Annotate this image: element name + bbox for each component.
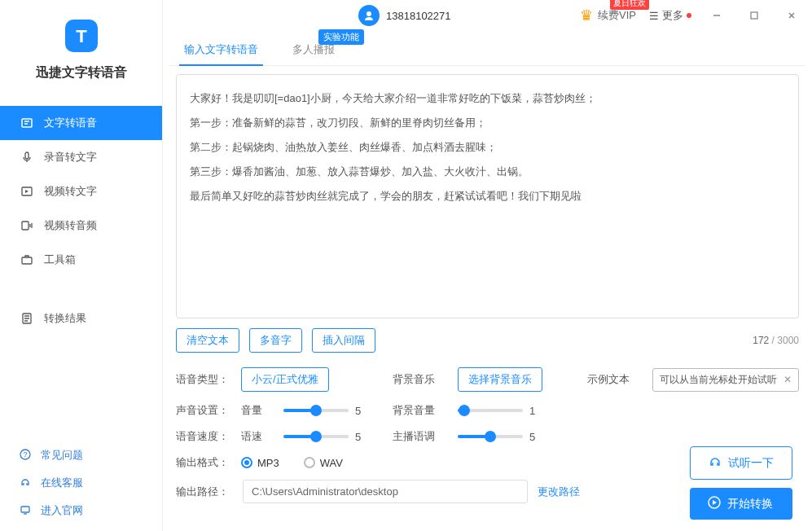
preview-label: 试听一下 [728, 456, 774, 471]
more-label: 更多 [662, 8, 683, 23]
nav-label: 工具箱 [44, 252, 76, 267]
nav-label: 转换结果 [44, 311, 86, 326]
preview-button[interactable]: 试听一下 [690, 446, 792, 480]
format-mp3-radio[interactable]: MP3 [241, 457, 279, 469]
text-actions: 清空文本 多音字 插入间隔 172 / 3000 [176, 328, 799, 353]
svg-rect-12 [751, 12, 757, 19]
user-info[interactable]: 13818102271 [358, 5, 451, 26]
monitor-icon [20, 504, 33, 517]
svg-text:?: ? [23, 450, 27, 459]
speed-section-label: 语音速度： [176, 429, 233, 444]
main: 13818102271 ♛ 续费VIP 夏日狂欢 ☰ 更多 输入文字转语音 多人… [163, 0, 812, 531]
voice-type-select[interactable]: 小云/正式优雅 [241, 367, 329, 392]
char-count: 172 / 3000 [753, 335, 799, 346]
convert-button[interactable]: 开始转换 [690, 488, 792, 520]
volume-value: 5 [355, 405, 366, 417]
convert-label: 开始转换 [727, 497, 773, 511]
app-title: 迅捷文字转语音 [0, 64, 162, 81]
tab-label: 多人播报 [292, 43, 335, 55]
faq-label: 常见问题 [41, 448, 83, 463]
svg-rect-3 [25, 152, 29, 159]
text-line: 第三步：爆香加酱油、加葱、放入蒜苔爆炒、加入盐、大火收汁、出锅。 [190, 161, 785, 182]
char-max: 3000 [777, 335, 799, 346]
minimize-button[interactable] [704, 3, 729, 28]
polyphone-button[interactable]: 多音字 [249, 328, 302, 353]
text-input[interactable]: 大家好！我是叨叨[=dao1]小厨，今天给大家介绍一道非常好吃的下饭菜，蒜苔炒肉… [176, 74, 799, 318]
example-label: 示例文本 [587, 372, 644, 387]
nav-item-tts[interactable]: 文字转语音 [0, 106, 162, 140]
nav-item-toolbox[interactable]: 工具箱 [0, 243, 162, 277]
tts-icon [20, 116, 34, 130]
volume-label: 音量 [241, 403, 275, 418]
notification-dot-icon [687, 13, 691, 18]
clear-button[interactable]: 清空文本 [176, 328, 239, 353]
results-icon [20, 311, 34, 326]
nav-label: 文字转语音 [44, 116, 97, 130]
maximize-button[interactable] [742, 3, 766, 28]
tab-label: 输入文字转语音 [184, 43, 258, 55]
insert-pause-button[interactable]: 插入间隔 [312, 328, 375, 353]
change-path-link[interactable]: 更改路径 [538, 485, 580, 499]
pitch-slider[interactable] [458, 435, 523, 438]
hamburger-icon: ☰ [649, 10, 659, 22]
faq-link[interactable]: ? 常见问题 [0, 441, 162, 469]
experimental-badge: 实验功能 [318, 29, 364, 45]
speed-label: 语速 [241, 429, 275, 444]
crown-icon: ♛ [580, 7, 593, 24]
volume-slider[interactable] [283, 409, 349, 412]
format-mp3-label: MP3 [257, 457, 279, 469]
video-audio-icon [20, 218, 34, 233]
nav-label: 录音转文字 [44, 150, 97, 165]
example-box: 可以从当前光标处开始试听 ✕ [652, 368, 799, 392]
svg-text:T: T [76, 26, 87, 46]
headphone-icon [709, 455, 722, 471]
text-line: 最后简单又好吃的蒜苔炒肉丝就完成了，学会的朋友，赶紧试试看吧！我们下期见啦 [190, 186, 785, 207]
sidebar-bottom: ? 常见问题 在线客服 进入官网 [0, 441, 162, 531]
voice-type-label: 语音类型： [176, 372, 233, 387]
format-wav-label: WAV [320, 457, 343, 469]
format-wav-radio[interactable]: WAV [304, 457, 343, 469]
nav-label: 视频转文字 [44, 184, 97, 199]
titlebar: 13818102271 ♛ 续费VIP 夏日狂欢 ☰ 更多 [163, 0, 812, 31]
nav-item-video-text[interactable]: 视频转文字 [0, 174, 162, 208]
path-input[interactable]: C:\Users\Administrator\desktop [243, 480, 528, 503]
svg-rect-6 [22, 257, 32, 264]
play-icon [708, 496, 721, 511]
logo-area: T 迅捷文字转语音 [0, 0, 162, 90]
pitch-label: 主播语调 [393, 429, 450, 444]
app-logo-icon: T [62, 16, 101, 55]
promo-badge: 夏日狂欢 [610, 0, 649, 10]
nav-item-results[interactable]: 转换结果 [0, 301, 162, 336]
tabs: 输入文字转语音 多人播报 实验功能 [169, 34, 805, 66]
speed-value: 5 [355, 431, 366, 443]
text-line: 第二步：起锅烧肉、油热放入姜丝、肉丝爆香、加点料酒去腥味； [190, 137, 785, 158]
action-buttons: 试听一下 开始转换 [690, 446, 792, 520]
close-icon[interactable]: ✕ [783, 374, 792, 385]
more-menu[interactable]: ☰ 更多 [649, 8, 691, 23]
support-link[interactable]: 在线客服 [0, 469, 162, 497]
phone-number: 13818102271 [386, 10, 451, 22]
bg-volume-slider[interactable] [458, 409, 523, 412]
headset-icon [20, 476, 33, 489]
support-label: 在线客服 [41, 476, 83, 490]
toolbox-icon [20, 252, 34, 267]
nav-item-video-audio[interactable]: 视频转音频 [0, 208, 162, 243]
video-text-icon [20, 184, 34, 199]
vip-button[interactable]: ♛ 续费VIP 夏日狂欢 [580, 7, 636, 24]
nav-item-stt[interactable]: 录音转文字 [0, 140, 162, 174]
site-link[interactable]: 进入官网 [0, 497, 162, 524]
tab-multi-broadcast[interactable]: 多人播报 实验功能 [287, 34, 340, 65]
bg-music-select[interactable]: 选择背景音乐 [458, 367, 542, 392]
question-icon: ? [20, 449, 33, 462]
path-label: 输出路径： [176, 485, 233, 499]
nav: 文字转语音 录音转文字 视频转文字 视频转音频 工具箱 转换结果 [0, 106, 162, 441]
pitch-value: 5 [529, 431, 541, 443]
avatar-icon [358, 5, 380, 26]
tab-input-tts[interactable]: 输入文字转语音 [179, 34, 263, 65]
mic-icon [20, 150, 34, 165]
speed-slider[interactable] [283, 435, 349, 438]
site-label: 进入官网 [41, 503, 83, 518]
close-button[interactable] [779, 3, 804, 28]
bg-volume-label: 背景音量 [393, 403, 450, 418]
bg-music-label: 背景音乐 [393, 372, 450, 387]
